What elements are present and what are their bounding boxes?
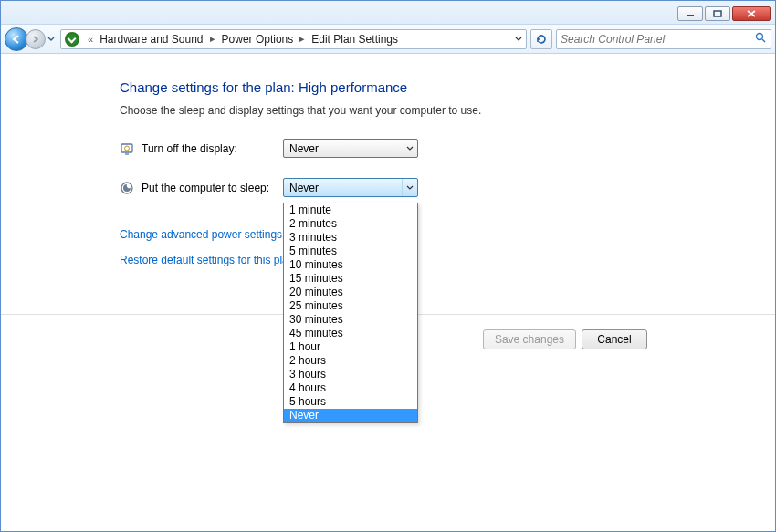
navbar: « Hardware and Sound ▸ Power Options ▸ E… (1, 25, 775, 54)
chevron-down-icon (402, 140, 417, 157)
page-description: Choose the sleep and display settings th… (120, 104, 775, 117)
dropdown-option[interactable]: 20 minutes (284, 286, 417, 299)
dropdown-option[interactable]: 25 minutes (284, 299, 417, 313)
link-restore-defaults[interactable]: Restore default settings for this plan (120, 254, 775, 266)
content-area: Change settings for the plan: High perfo… (1, 54, 775, 531)
control-panel-icon (65, 32, 79, 47)
address-dropdown[interactable] (511, 37, 526, 42)
svg-rect-6 (121, 144, 132, 152)
chevron-down-icon (402, 179, 417, 196)
crumb-power-options[interactable]: Power Options (220, 33, 296, 46)
svg-point-7 (125, 146, 130, 151)
page-title: Change settings for the plan: High perfo… (120, 79, 775, 95)
cancel-button[interactable]: Cancel (582, 329, 647, 349)
dropdown-option[interactable]: 5 minutes (284, 245, 417, 258)
combo-put-computer-to-sleep[interactable]: Never (283, 178, 418, 197)
dropdown-option[interactable]: 2 hours (284, 354, 417, 368)
forward-button[interactable] (26, 29, 46, 49)
dropdown-option[interactable]: 10 minutes (284, 258, 417, 272)
breadcrumb-overflow[interactable]: « (83, 34, 98, 45)
combo-value: Never (289, 182, 319, 194)
dropdown-option[interactable]: 30 minutes (284, 313, 417, 327)
recent-pages-dropdown[interactable] (46, 29, 57, 49)
refresh-button[interactable] (530, 29, 552, 49)
display-icon (120, 141, 134, 156)
minimize-button[interactable] (677, 6, 703, 21)
address-bar[interactable]: « Hardware and Sound ▸ Power Options ▸ E… (60, 29, 527, 49)
close-button[interactable] (732, 6, 771, 21)
maximize-button[interactable] (705, 6, 730, 21)
dropdown-option[interactable]: 3 minutes (284, 231, 417, 245)
combo-value: Never (289, 142, 319, 155)
save-button: Save changes (483, 329, 576, 349)
sleep-dropdown-list[interactable]: 1 minute2 minutes3 minutes5 minutes10 mi… (283, 203, 418, 423)
chevron-right-icon: ▸ (205, 33, 220, 45)
chevron-right-icon: ▸ (295, 33, 309, 45)
crumb-edit-plan-settings[interactable]: Edit Plan Settings (309, 33, 400, 46)
row-turn-off-display: Turn off the display: Never (120, 139, 775, 158)
label-put-computer-to-sleep: Put the computer to sleep: (142, 182, 283, 194)
dropdown-option[interactable]: 1 hour (284, 340, 417, 354)
svg-line-5 (762, 39, 765, 42)
dropdown-option[interactable]: 15 minutes (284, 272, 417, 286)
svg-rect-1 (714, 11, 721, 16)
label-turn-off-display: Turn off the display: (142, 142, 283, 155)
dropdown-option[interactable]: Never (284, 409, 417, 422)
crumb-hardware-and-sound[interactable]: Hardware and Sound (98, 33, 204, 46)
dropdown-option[interactable]: 3 hours (284, 368, 417, 381)
search-icon[interactable] (755, 32, 767, 47)
dropdown-option[interactable]: 1 minute (284, 203, 417, 217)
titlebar (1, 1, 775, 25)
row-put-computer-to-sleep: Put the computer to sleep: Never (120, 178, 775, 197)
search-input[interactable] (561, 33, 755, 46)
dropdown-option[interactable]: 45 minutes (284, 327, 417, 340)
svg-point-4 (757, 33, 763, 39)
dropdown-option[interactable]: 5 hours (284, 395, 417, 409)
dropdown-option[interactable]: 2 minutes (284, 217, 417, 231)
link-advanced-power-settings[interactable]: Change advanced power settings (120, 228, 775, 241)
dropdown-option[interactable]: 4 hours (284, 381, 417, 395)
breadcrumb: « Hardware and Sound ▸ Power Options ▸ E… (83, 33, 511, 46)
sleep-icon (120, 181, 134, 195)
combo-turn-off-display[interactable]: Never (283, 139, 418, 158)
search-box[interactable] (556, 29, 771, 49)
